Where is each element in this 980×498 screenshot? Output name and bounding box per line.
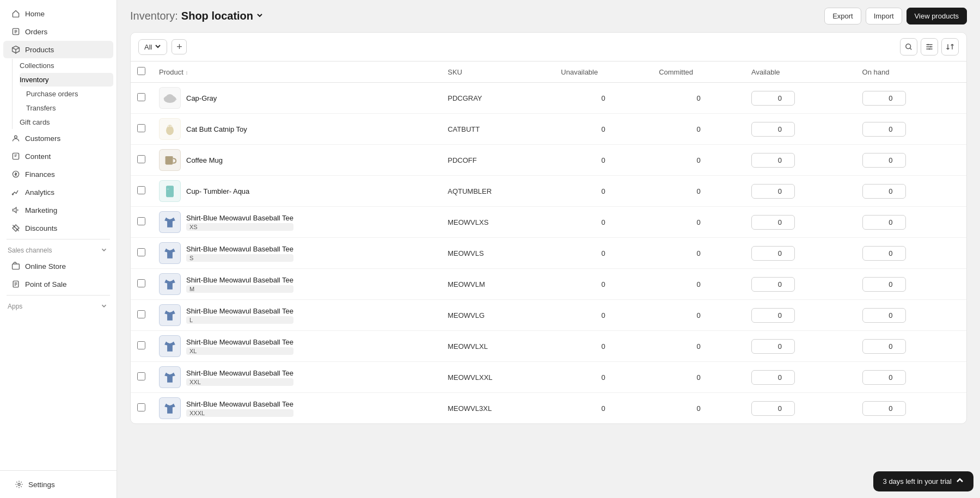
row-on-hand-cell [856, 393, 966, 424]
filter-chevron-icon [155, 43, 161, 51]
on-hand-input[interactable] [862, 339, 906, 354]
row-checkbox[interactable] [137, 217, 145, 225]
row-sku-cell: MEOWVLS [441, 238, 554, 269]
on-hand-input[interactable] [862, 215, 906, 230]
sidebar-item-products[interactable]: Products [3, 41, 113, 58]
row-committed-cell: 0 [652, 269, 745, 300]
available-input[interactable] [751, 370, 795, 385]
sidebar-item-gift-cards[interactable]: Gift cards [20, 115, 113, 129]
row-available-cell [745, 300, 855, 331]
row-checkbox[interactable] [137, 248, 145, 256]
sidebar-item-marketing[interactable]: Marketing [3, 201, 113, 219]
table-row: Shirt-Blue Meowavul Baseball Tee L MEOWV… [131, 300, 966, 331]
select-all-checkbox[interactable] [137, 67, 145, 75]
sales-channels-expand-icon[interactable] [100, 246, 109, 255]
add-filter-button[interactable]: + [171, 39, 187, 54]
row-checkbox-cell [131, 300, 152, 331]
sidebar-item-analytics[interactable]: Analytics [3, 183, 113, 201]
available-input[interactable] [751, 277, 795, 292]
th-unavailable: Unavailable [554, 62, 652, 83]
sidebar-item-settings-label: Settings [28, 481, 55, 489]
on-hand-input[interactable] [862, 122, 906, 137]
sidebar-item-content[interactable]: Content [3, 147, 113, 165]
on-hand-input[interactable] [862, 246, 906, 261]
sidebar-item-purchase-orders[interactable]: Purchase orders [20, 87, 113, 101]
sidebar-item-transfers[interactable]: Transfers [20, 101, 113, 115]
product-thumbnail [159, 366, 181, 388]
row-checkbox[interactable] [137, 279, 145, 287]
row-available-cell [745, 176, 855, 207]
on-hand-input[interactable] [862, 277, 906, 292]
sidebar-item-customers[interactable]: Customers [3, 130, 113, 147]
row-available-cell [745, 331, 855, 362]
search-button[interactable] [900, 38, 917, 56]
available-input[interactable] [751, 91, 795, 106]
on-hand-input[interactable] [862, 401, 906, 416]
available-input[interactable] [751, 246, 795, 261]
th-product[interactable]: Product ↕ [152, 62, 441, 83]
row-committed-cell: 0 [652, 331, 745, 362]
sort-button[interactable] [941, 38, 959, 56]
available-input[interactable] [751, 122, 795, 137]
row-unavailable-cell: 0 [554, 207, 652, 238]
column-settings-button[interactable] [921, 38, 938, 56]
sidebar-item-collections[interactable]: Collections [20, 59, 113, 72]
row-committed-cell: 0 [652, 238, 745, 269]
sidebar-item-point-of-sale[interactable]: Point of Sale [3, 275, 113, 293]
row-checkbox[interactable] [137, 186, 145, 194]
sidebar-item-online-store[interactable]: Online Store [3, 257, 113, 275]
sidebar-item-collections-label: Collections [20, 62, 54, 70]
row-checkbox[interactable] [137, 372, 145, 380]
location-selector-btn[interactable]: Shop location [181, 10, 264, 22]
sidebar-item-settings[interactable]: Settings [7, 476, 110, 493]
available-input[interactable] [751, 401, 795, 416]
row-checkbox-cell [131, 83, 152, 114]
product-name: Shirt-Blue Meowavul Baseball Tee [186, 400, 293, 408]
available-input[interactable] [751, 153, 795, 168]
row-checkbox[interactable] [137, 155, 145, 163]
sidebar-item-customers-label: Customers [25, 134, 60, 143]
trial-banner[interactable]: 3 days left in your trial [873, 471, 973, 491]
row-available-cell [745, 269, 855, 300]
row-checkbox[interactable] [137, 341, 145, 349]
available-input[interactable] [751, 308, 795, 323]
filter-all-button[interactable]: All [138, 39, 167, 55]
sidebar-item-home[interactable]: Home [3, 5, 113, 22]
page-content: All + [117, 32, 980, 498]
product-info: Shirt-Blue Meowavul Baseball Tee M [186, 276, 293, 293]
product-thumbnail [159, 211, 181, 233]
table-row: Cap-Gray PDCGRAY 0 0 [131, 83, 966, 114]
available-input[interactable] [751, 215, 795, 230]
available-input[interactable] [751, 184, 795, 199]
on-hand-input[interactable] [862, 91, 906, 106]
product-cell: Coffee Mug [159, 149, 434, 171]
on-hand-input[interactable] [862, 370, 906, 385]
row-on-hand-cell [856, 362, 966, 393]
available-input[interactable] [751, 339, 795, 354]
row-unavailable-cell: 0 [554, 145, 652, 176]
row-checkbox[interactable] [137, 403, 145, 411]
row-checkbox[interactable] [137, 124, 145, 132]
product-name: Shirt-Blue Meowavul Baseball Tee [186, 214, 293, 222]
row-unavailable-cell: 0 [554, 238, 652, 269]
on-hand-input[interactable] [862, 153, 906, 168]
sidebar-item-discounts[interactable]: Discounts [3, 219, 113, 237]
on-hand-input[interactable] [862, 184, 906, 199]
row-checkbox[interactable] [137, 310, 145, 318]
sidebar-item-orders[interactable]: Orders [3, 23, 113, 40]
sidebar-item-content-label: Content [25, 152, 51, 161]
row-sku-cell: AQTUMBLER [441, 176, 554, 207]
sidebar-item-finances[interactable]: Finances [3, 165, 113, 183]
page-title: Inventory: Shop location [130, 10, 264, 22]
table-row: Shirt-Blue Meowavul Baseball Tee XL MEOW… [131, 331, 966, 362]
online-store-icon [11, 261, 21, 271]
import-button[interactable]: Import [866, 8, 902, 24]
view-products-button[interactable]: View products [906, 8, 967, 24]
row-checkbox[interactable] [137, 93, 145, 101]
row-on-hand-cell [856, 331, 966, 362]
row-available-cell [745, 114, 855, 145]
on-hand-input[interactable] [862, 308, 906, 323]
export-button[interactable]: Export [824, 8, 861, 24]
apps-expand-icon[interactable] [100, 302, 109, 311]
sidebar-item-inventory[interactable]: Inventory [20, 73, 113, 87]
